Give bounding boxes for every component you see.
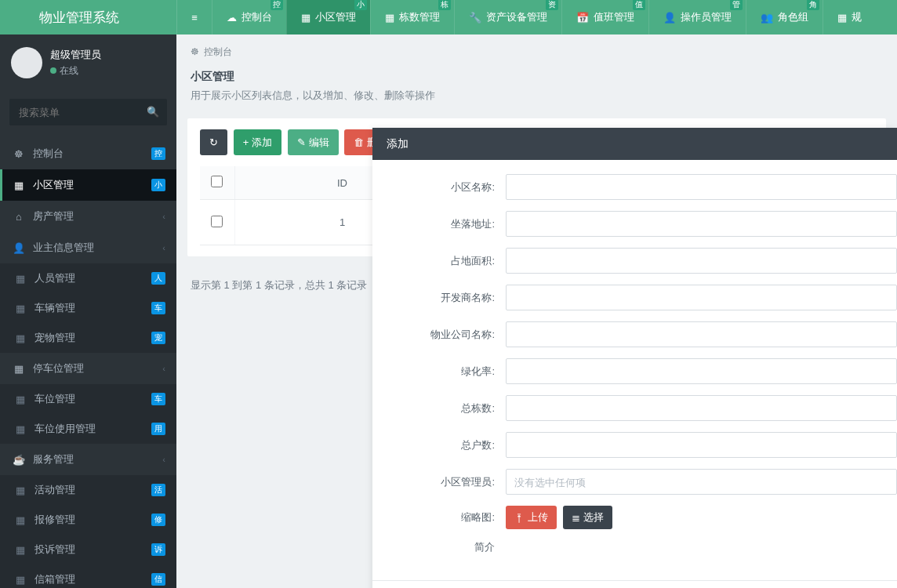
tab-tag: 栋 xyxy=(438,0,451,10)
sidebar-item-0[interactable]: ☸控制台控 xyxy=(0,138,176,169)
nav-tab-1[interactable]: ▦小区管理小 xyxy=(286,0,370,34)
sidebar: 超级管理员 在线 🔍 ☸控制台控▦小区管理小⌂房产管理‹👤业主信息管理‹▦人员管… xyxy=(0,34,176,588)
chevron-left-icon: ‹ xyxy=(162,364,165,373)
chevron-left-icon: ‹ xyxy=(162,455,165,464)
input-area[interactable] xyxy=(506,248,897,274)
nav-tab-6[interactable]: 👥角色组角 xyxy=(746,0,823,34)
tab-icon: ▦ xyxy=(301,12,310,24)
menu-label: 房产管理 xyxy=(33,209,162,223)
label-thumb: 缩略图: xyxy=(372,510,506,524)
label-buildings: 总栋数: xyxy=(372,401,506,416)
input-greening[interactable] xyxy=(506,358,897,384)
sidebar-item-13[interactable]: ▦投诉管理诉 xyxy=(0,535,176,564)
tab-label: 规 xyxy=(852,10,862,24)
menu-label: 信箱管理 xyxy=(34,572,151,586)
label-name: 小区名称: xyxy=(372,180,506,194)
label-address: 坐落地址: xyxy=(372,217,506,231)
upload-button[interactable]: ⭱上传 xyxy=(506,506,557,529)
menu-badge: 信 xyxy=(151,573,165,586)
nav-tab-5[interactable]: 👤操作员管理管 xyxy=(648,0,746,34)
tab-label: 小区管理 xyxy=(315,10,356,24)
sidebar-item-7[interactable]: ▦停车位管理‹ xyxy=(0,353,176,384)
menu-icon: ▦ xyxy=(11,363,27,375)
hamburger-icon: ≡ xyxy=(191,12,198,24)
tab-label: 控制台 xyxy=(242,10,272,24)
tab-icon: 📅 xyxy=(576,12,589,24)
sidebar-toggle[interactable]: ≡ xyxy=(176,0,212,34)
select-manager[interactable]: 没有选中任何项 xyxy=(506,469,897,495)
menu-label: 服务管理 xyxy=(33,452,162,466)
menu-icon: ▦ xyxy=(13,273,28,285)
label-company: 物业公司名称: xyxy=(372,328,506,342)
menu-icon: ▦ xyxy=(13,423,28,435)
nav-tabs: ☁控制台控▦小区管理小▦栋数管理栋🔧资产设备管理资📅值班管理值👤操作员管理管👥角… xyxy=(212,0,897,34)
menu-badge: 人 xyxy=(151,272,165,285)
nav-tab-3[interactable]: 🔧资产设备管理资 xyxy=(454,0,561,34)
refresh-button[interactable]: ↻ xyxy=(200,129,227,155)
sidebar-item-11[interactable]: ▦活动管理活 xyxy=(0,475,176,505)
menu-badge: 活 xyxy=(151,484,165,496)
search-icon[interactable]: 🔍 xyxy=(147,106,159,118)
user-block: 超级管理员 在线 xyxy=(0,34,176,91)
menu-icon: ▦ xyxy=(13,394,28,405)
menu-icon: ▦ xyxy=(13,332,28,344)
sidebar-item-9[interactable]: ▦车位使用管理用 xyxy=(0,414,176,444)
menu-badge: 车 xyxy=(151,302,165,314)
select-all-checkbox[interactable] xyxy=(211,176,223,187)
menu-icon: ⌂ xyxy=(11,211,27,223)
select-button[interactable]: ≣选择 xyxy=(563,506,612,529)
menu-icon: ▦ xyxy=(13,485,28,496)
menu-badge: 小 xyxy=(151,179,165,191)
menu-label: 小区管理 xyxy=(33,178,151,192)
menu-label: 投诉管理 xyxy=(34,543,151,557)
tab-label: 资产设备管理 xyxy=(486,10,547,24)
add-button[interactable]: +添加 xyxy=(234,129,282,155)
sidebar-item-2[interactable]: ⌂房产管理‹ xyxy=(0,201,176,232)
search-input[interactable] xyxy=(9,99,167,125)
tab-tag: 角 xyxy=(807,0,819,10)
sidebar-item-14[interactable]: ▦信箱管理信 xyxy=(0,564,176,588)
input-developer[interactable] xyxy=(506,285,897,310)
sidebar-item-8[interactable]: ▦车位管理车 xyxy=(0,384,176,414)
sidebar-item-5[interactable]: ▦车辆管理车 xyxy=(0,293,176,323)
label-extra: 简介 xyxy=(372,540,506,554)
breadcrumb: ☸控制台 xyxy=(176,34,897,67)
label-developer: 开发商名称: xyxy=(372,291,506,305)
nav-tab-2[interactable]: ▦栋数管理栋 xyxy=(370,0,454,34)
chevron-left-icon: ‹ xyxy=(162,212,165,221)
tab-icon: ▦ xyxy=(837,12,847,24)
sidebar-item-10[interactable]: ☕服务管理‹ xyxy=(0,444,176,475)
nav-tab-4[interactable]: 📅值班管理值 xyxy=(561,0,648,34)
label-area: 占地面积: xyxy=(372,254,506,268)
nav-tab-7[interactable]: ▦规 xyxy=(823,0,876,34)
modal-footer: 确定 关闭 xyxy=(372,580,897,588)
menu-label: 车位管理 xyxy=(34,392,151,406)
menu-icon: 👤 xyxy=(11,242,27,254)
status-dot-icon xyxy=(50,67,56,74)
brand-title: 物业管理系统 xyxy=(0,9,176,27)
menu-icon: ☕ xyxy=(11,454,27,466)
tab-label: 角色组 xyxy=(778,10,808,24)
input-address[interactable] xyxy=(506,211,897,237)
edit-button[interactable]: ✎编辑 xyxy=(288,129,339,155)
input-name[interactable] xyxy=(506,174,897,200)
sidebar-item-1[interactable]: ▦小区管理小 xyxy=(0,169,176,201)
plus-icon: + xyxy=(243,136,249,148)
sidebar-item-6[interactable]: ▦宠物管理宠 xyxy=(0,323,176,353)
page-subtitle: 用于展示小区列表信息，以及增加、修改、删除等操作 xyxy=(176,84,897,114)
menu-icon: ▦ xyxy=(11,180,27,191)
input-buildings[interactable] xyxy=(506,395,897,421)
menu-badge: 诉 xyxy=(151,543,165,556)
menu-icon: ▦ xyxy=(13,544,28,556)
trash-icon: 🗑 xyxy=(354,136,364,148)
sidebar-item-3[interactable]: 👤业主信息管理‹ xyxy=(0,232,176,263)
sidebar-item-12[interactable]: ▦报修管理修 xyxy=(0,505,176,535)
input-households[interactable] xyxy=(506,432,897,458)
tab-label: 栋数管理 xyxy=(399,10,440,24)
tab-label: 操作员管理 xyxy=(681,10,732,24)
nav-tab-0[interactable]: ☁控制台控 xyxy=(212,0,286,34)
input-company[interactable] xyxy=(506,321,897,347)
row-checkbox[interactable] xyxy=(211,216,223,227)
tab-icon: 👤 xyxy=(663,12,676,24)
sidebar-item-4[interactable]: ▦人员管理人 xyxy=(0,263,176,293)
